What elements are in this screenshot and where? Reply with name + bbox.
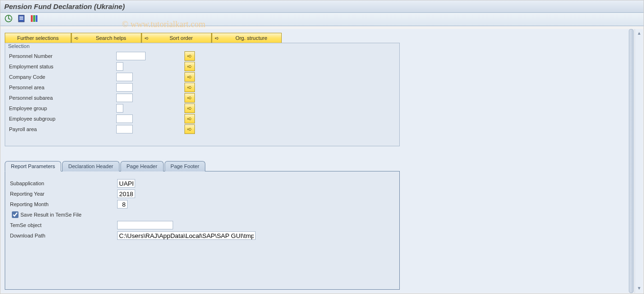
arrow-right-icon: ➪ [187,63,192,70]
arrow-right-icon: ➪ [187,74,192,80]
search-helps-label: Search helps [81,35,141,41]
field-input[interactable] [116,52,146,60]
selection-row: Employee group➪ [7,103,397,114]
save-temse-checkbox[interactable] [12,211,18,218]
field-input[interactable] [116,94,133,102]
download-path-input[interactable] [117,231,256,240]
field-label: Company Code [7,74,116,80]
field-input[interactable] [116,114,133,123]
subapplication-label: Subapplication [8,180,117,186]
svg-rect-2 [19,17,23,18]
further-selections-button[interactable]: Further selections [5,33,71,43]
field-input[interactable] [116,62,123,71]
tab-report-parameters[interactable]: Report Parameters [5,161,61,171]
multiple-selection-button[interactable]: ➪ [184,93,195,103]
selection-action-row: Further selections ➪ Search helps ➪ Sort… [5,33,630,43]
arrow-right-icon: ➪ [187,105,192,112]
scroll-up-icon[interactable]: ▴ [635,29,643,37]
field-label: Personnel area [7,85,116,90]
further-selections-label: Further selections [17,35,58,41]
arrow-right-icon: ➪ [212,33,221,43]
reporting-month-label: Reporting Month [8,201,117,207]
subapplication-input[interactable] [117,179,135,188]
reporting-year-input[interactable] [117,190,135,198]
svg-rect-3 [19,19,23,19]
multiple-selection-button[interactable]: ➪ [184,62,195,71]
field-input[interactable] [116,83,133,92]
multiple-selection-button[interactable]: ➪ [184,104,195,113]
execute-icon[interactable] [4,14,13,23]
field-label: Employee group [7,105,116,111]
selection-row: Personnel Number➪ [7,51,397,61]
selection-row: Personnel subarea➪ [7,93,397,103]
selection-group: Selection Personnel Number➪Employment st… [5,43,400,146]
multiple-selection-button[interactable]: ➪ [184,72,195,82]
field-input[interactable] [116,125,133,133]
multiple-selection-button[interactable]: ➪ [184,124,195,134]
arrow-right-icon: ➪ [72,33,81,43]
temse-object-input[interactable] [117,221,173,229]
field-label: Employee subgroup [7,116,116,122]
tabstrip: Report ParametersDeclaration HeaderPage … [5,161,400,171]
field-label: Payroll area [7,126,116,132]
tab-panel-report-parameters: Subapplication Reporting Year Reporting … [5,171,400,290]
app-toolbar [0,13,644,26]
selection-row: Company Code➪ [7,72,397,82]
page-title: Pension Fund Declaration (Ukraine) [4,2,125,10]
field-label: Personnel subarea [7,95,116,101]
selection-row: Employee subgroup➪ [7,114,397,124]
arrow-right-icon: ➪ [142,33,151,43]
selection-row: Personnel area➪ [7,82,397,93]
window-title-bar: Pension Fund Declaration (Ukraine) [0,0,644,13]
save-temse-label: Save Result in TemSe File [20,212,82,218]
color-bars-icon[interactable] [30,14,38,23]
arrow-right-icon: ➪ [187,126,192,133]
sort-order-button[interactable]: ➪ Sort order [141,33,212,43]
multiple-selection-button[interactable]: ➪ [184,114,195,123]
org-structure-button[interactable]: ➪ Org. structure [212,33,282,43]
field-input[interactable] [116,104,123,113]
content-area: Further selections ➪ Search helps ➪ Sort… [1,29,634,293]
svg-rect-5 [33,15,35,22]
field-input[interactable] [116,73,133,81]
vertical-scrollbar[interactable]: ▴ ▾ [635,29,643,293]
selection-group-title: Selection [7,43,30,49]
scroll-down-icon[interactable]: ▾ [635,285,643,292]
svg-rect-6 [36,15,37,22]
inner-scrollbar[interactable] [629,29,634,293]
tab-page-header[interactable]: Page Header [120,161,164,171]
reporting-year-label: Reporting Year [8,191,117,197]
sort-order-label: Sort order [151,35,211,41]
download-path-label: Download Path [8,233,117,238]
reporting-month-input[interactable] [117,200,128,209]
multiple-selection-button[interactable]: ➪ [184,51,195,61]
tab-page-footer[interactable]: Page Footer [165,161,206,171]
arrow-right-icon: ➪ [187,53,192,59]
tab-declaration-header[interactable]: Declaration Header [62,161,120,171]
selection-row: Payroll area➪ [7,124,397,134]
temse-object-label: TemSe object [8,222,117,228]
org-structure-label: Org. structure [221,35,281,41]
svg-rect-4 [31,15,33,22]
multiple-selection-button[interactable]: ➪ [184,83,195,92]
arrow-right-icon: ➪ [187,84,192,91]
arrow-right-icon: ➪ [187,115,192,122]
field-label: Employment status [7,64,116,69]
selection-row: Employment status➪ [7,61,397,72]
tab-block: Report ParametersDeclaration HeaderPage … [5,161,400,290]
info-icon[interactable] [17,14,26,23]
search-helps-button[interactable]: ➪ Search helps [71,33,141,43]
field-label: Personnel Number [7,53,116,59]
arrow-right-icon: ➪ [187,95,192,101]
